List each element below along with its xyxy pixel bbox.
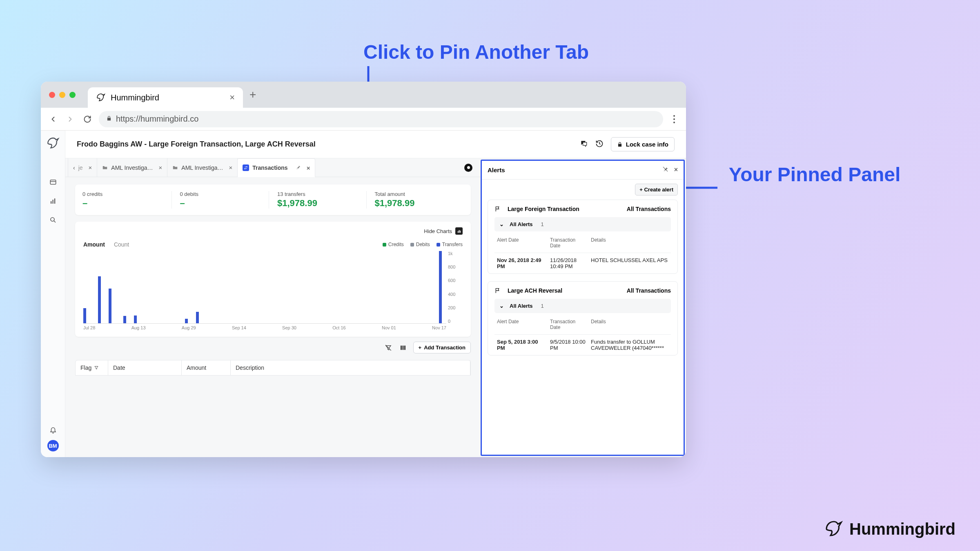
browser-tab-title: Hummingbird [111, 93, 159, 102]
brand-logo: Hummingbird [824, 519, 956, 539]
svg-point-9 [51, 218, 54, 221]
alert-row[interactable]: Sep 5, 2018 3:00 PM 9/5/2018 10:00 PM Fu… [494, 339, 671, 351]
url-text: https://hummingbird.co [116, 114, 198, 124]
th-flag[interactable]: Flag [76, 360, 108, 375]
chart-card: Hide Charts Amount Count Cr [75, 222, 471, 337]
alert-row[interactable]: Nov 26, 2018 2:49 PM 11/26/2018 10:49 PM… [494, 257, 671, 269]
add-transaction-button[interactable]: + Add Transaction [413, 342, 471, 353]
svg-rect-7 [52, 200, 53, 204]
lock-icon [106, 116, 112, 122]
annotation-pin: Click to Pin Another Tab [363, 41, 589, 63]
history-icon[interactable] [595, 140, 604, 149]
plus-icon: + [419, 344, 422, 351]
folder-icon [172, 165, 178, 171]
comments-icon[interactable] [580, 140, 588, 149]
arrow-left-icon [49, 115, 57, 123]
svg-rect-4 [50, 180, 56, 184]
filter-off-icon[interactable] [384, 343, 393, 352]
close-tab-icon[interactable]: × [89, 164, 92, 171]
svg-rect-16 [402, 345, 403, 350]
browser-window: Hummingbird × + https://hummingbird.co [41, 82, 686, 457]
hummingbird-icon [824, 519, 844, 539]
svg-rect-12 [459, 230, 459, 232]
tab-aml-2[interactable]: AML Investiga… × [167, 158, 238, 177]
chart-tab-count[interactable]: Count [114, 241, 129, 248]
flag-icon [494, 206, 501, 212]
record-button[interactable] [464, 164, 472, 172]
summary-transfers: 13 transfers $1,978.99 [277, 191, 367, 209]
sidebar-item-analytics[interactable] [49, 197, 58, 206]
sidebar-notifications[interactable] [49, 425, 58, 434]
close-tab-icon[interactable]: × [307, 164, 310, 171]
sidebar-item-dashboard[interactable] [49, 178, 58, 187]
tab-transactions[interactable]: Transactions × [238, 158, 315, 177]
summary-credits: 0 credits – [82, 191, 172, 209]
arrow-right-icon [66, 115, 74, 123]
pinned-panel-header: Alerts × [482, 161, 684, 180]
lock-case-button[interactable]: Lock case info [611, 137, 675, 151]
close-panel-icon[interactable]: × [674, 166, 678, 174]
alert-expand[interactable]: ⌄ All Alerts 1 [494, 217, 671, 231]
lock-icon [617, 142, 623, 147]
avatar[interactable]: BM [47, 440, 59, 451]
pinned-panel: Alerts × + Create alert [481, 160, 685, 456]
tab-nav-back[interactable]: ‹ je × [68, 158, 97, 177]
tab-aml-1[interactable]: AML Investiga… × [97, 158, 167, 177]
reload-icon [83, 115, 91, 123]
browser-tabstrip: Hummingbird × + [41, 82, 686, 108]
chart-tab-amount[interactable]: Amount [83, 241, 105, 248]
back-button[interactable] [47, 113, 59, 125]
create-alert-button[interactable]: + Create alert [635, 184, 678, 196]
unpin-icon[interactable] [662, 166, 668, 174]
alerts-body: + Create alert Large Foreign Transaction… [482, 180, 684, 455]
svg-rect-13 [460, 231, 461, 233]
pin-icon[interactable] [295, 164, 301, 171]
flag-icon [494, 287, 501, 294]
forward-button[interactable] [65, 113, 76, 125]
browser-menu-button[interactable] [669, 114, 679, 124]
new-tab-button[interactable]: + [249, 88, 256, 101]
chevron-down-icon: ⌄ [499, 303, 504, 309]
case-header: Frodo Baggins AW - Large Foreign Transac… [65, 131, 686, 158]
close-tab-icon[interactable]: × [229, 92, 235, 103]
transactions-icon [243, 164, 249, 171]
th-amount[interactable]: Amount [182, 360, 231, 375]
chevron-down-icon: ⌄ [499, 221, 504, 227]
maximize-window-icon[interactable] [69, 92, 76, 98]
hide-charts-button[interactable]: Hide Charts [424, 228, 452, 234]
address-bar[interactable]: https://hummingbird.co [99, 111, 663, 127]
browser-tab[interactable]: Hummingbird × [88, 87, 243, 108]
close-window-icon[interactable] [49, 92, 55, 98]
svg-rect-17 [404, 345, 405, 350]
app-logo-icon[interactable] [46, 136, 60, 150]
columns-icon[interactable] [399, 343, 408, 352]
hummingbird-icon [96, 93, 106, 102]
case-title: Frodo Baggins AW - Large Foreign Transac… [77, 140, 316, 149]
close-tab-icon[interactable]: × [159, 164, 163, 171]
annotation-panel: Your Pinned Panel [719, 163, 911, 186]
reload-button[interactable] [82, 113, 93, 125]
all-transactions-link[interactable]: All Transactions [627, 206, 671, 212]
sidebar-item-search[interactable] [49, 216, 58, 224]
summary-debits: 0 debits – [180, 191, 270, 209]
app-root: BM Frodo Baggins AW - Large Foreign Tran… [41, 131, 686, 457]
alert-expand[interactable]: ⌄ All Alerts 1 [494, 299, 671, 313]
minimize-window-icon[interactable] [59, 92, 65, 98]
th-date[interactable]: Date [108, 360, 182, 375]
window-controls[interactable] [49, 92, 76, 98]
all-transactions-link[interactable]: All Transactions [627, 287, 671, 294]
alert-card: Large ACH Reversal All Transactions ⌄ Al… [488, 281, 678, 355]
svg-rect-8 [54, 198, 55, 204]
summary-card: 0 credits – 0 debits – 13 transfers $1,9… [75, 184, 471, 215]
chart-icon[interactable] [455, 227, 463, 235]
close-tab-icon[interactable]: × [229, 164, 233, 171]
tabbar: ‹ je × AML Investiga… × AML Investiga… [65, 158, 481, 177]
svg-line-10 [54, 221, 56, 222]
sidebar: BM [41, 131, 65, 457]
content-area: Frodo Baggins AW - Large Foreign Transac… [65, 131, 686, 457]
left-panel: ‹ je × AML Investiga… × AML Investiga… [65, 158, 481, 457]
chart-legend: Credits Debits Transfers [383, 242, 463, 247]
chevron-left-icon: ‹ [73, 164, 75, 171]
svg-line-18 [663, 167, 668, 171]
th-description[interactable]: Description [231, 360, 470, 375]
